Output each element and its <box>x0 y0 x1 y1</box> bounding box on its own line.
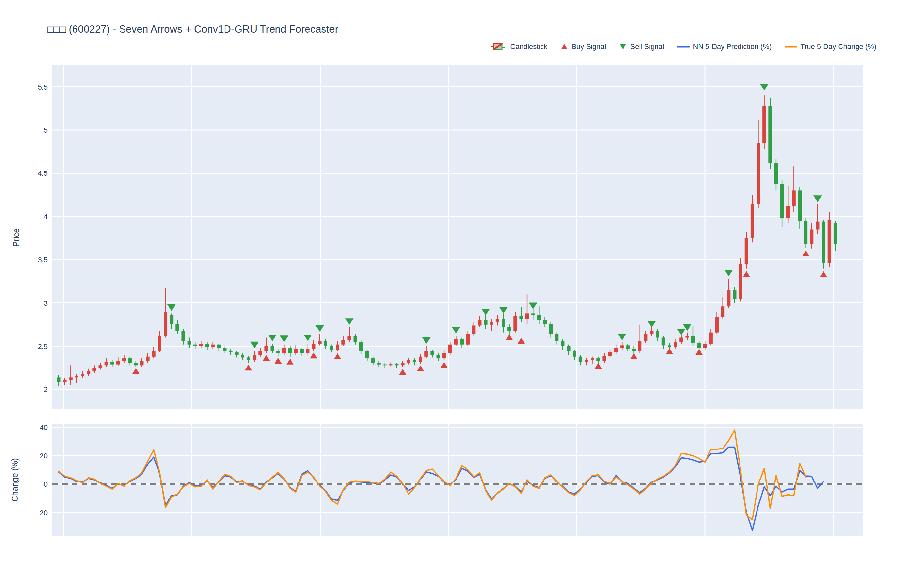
candle-body <box>774 163 778 184</box>
candle-body <box>164 312 167 336</box>
candle-body <box>223 348 226 351</box>
candle-body <box>336 345 339 350</box>
candle-body <box>430 352 434 355</box>
price-tick-label: 3.5 <box>37 256 48 264</box>
candle-body <box>205 344 209 347</box>
change-axis-title: Change (%) <box>10 458 19 501</box>
candle-body <box>318 341 322 344</box>
legend-item-sell-signal[interactable]: Sell Signal <box>619 42 664 51</box>
candle-body <box>561 341 564 346</box>
legend-item-true-change[interactable]: True 5-Day Change (%) <box>785 42 876 51</box>
candle-body <box>638 341 642 352</box>
candle-body <box>330 346 333 350</box>
candle-body <box>567 346 571 352</box>
candle-body <box>650 331 653 334</box>
candle-body <box>484 320 488 325</box>
candle-body <box>140 361 144 365</box>
candle-body <box>590 359 594 360</box>
candle-body <box>306 349 309 353</box>
candle-body <box>116 361 120 365</box>
buy-signal-icon <box>561 43 568 50</box>
candle-body <box>786 206 790 218</box>
price-plot-area[interactable] <box>52 65 863 409</box>
candle-body <box>217 345 221 348</box>
change-chart: −2002040 <box>36 423 863 536</box>
candle-body <box>828 220 831 263</box>
candle-body <box>745 238 748 264</box>
candle-body <box>762 106 766 143</box>
candle-body <box>632 349 635 352</box>
candle-body <box>508 327 511 331</box>
figure: □□□ (600227) - Seven Arrows + Conv1D-GRU… <box>0 0 915 588</box>
legend-item-nn-prediction[interactable]: NN 5-Day Prediction (%) <box>677 42 771 51</box>
candle-body <box>110 362 114 365</box>
candle-body <box>425 352 428 357</box>
legend-label-nn-prediction: NN 5-Day Prediction (%) <box>693 42 771 51</box>
legend-item-buy-signal[interactable]: Buy Signal <box>561 42 606 51</box>
sell-signal-icon <box>619 43 627 50</box>
price-chart: 22.533.544.555.5 <box>37 65 863 409</box>
candle-body <box>276 351 280 353</box>
change-tick-label: −20 <box>36 509 48 517</box>
price-tick-label: 4 <box>44 213 48 221</box>
candle-body <box>668 345 671 347</box>
candle-body <box>105 362 108 365</box>
candle-body <box>354 336 357 342</box>
candle-body <box>99 365 102 368</box>
candle-body <box>259 352 262 355</box>
chart-canvas[interactable]: 22.533.544.555.5 −2002040 Price Change (… <box>0 0 915 588</box>
candle-body <box>294 349 298 353</box>
candle-body <box>466 334 470 345</box>
legend-label-sell-signal: Sell Signal <box>630 42 664 51</box>
candle-body <box>608 352 612 356</box>
candle-body <box>614 348 618 352</box>
candle-body <box>703 344 707 348</box>
candle-body <box>383 365 386 365</box>
candle-body <box>780 184 784 218</box>
change-tick-label: 0 <box>44 480 48 488</box>
candle-body <box>247 357 250 360</box>
candle-body <box>128 359 132 363</box>
true-change-line-icon <box>785 45 797 48</box>
price-tick-label: 4.5 <box>37 169 48 178</box>
candle-body <box>674 342 677 347</box>
price-axis-title: Price <box>11 228 21 247</box>
candle-body <box>181 331 185 341</box>
candle-body <box>300 349 304 353</box>
candle-body <box>401 363 404 365</box>
candle-body <box>419 357 422 362</box>
candle-body <box>525 313 529 318</box>
candle-body <box>158 336 162 351</box>
candle-body <box>229 351 233 352</box>
candle-body <box>69 377 73 380</box>
candle-body <box>644 334 647 341</box>
candle-body <box>407 360 411 363</box>
candle-body <box>537 315 541 320</box>
candle-body <box>282 348 286 353</box>
candle-body <box>75 376 78 377</box>
candle-body <box>733 290 736 299</box>
candle-body <box>490 322 493 325</box>
candle-body <box>662 338 665 346</box>
candle-body <box>413 360 416 362</box>
candle-body <box>679 338 683 342</box>
candle-body <box>620 345 624 348</box>
candle-body <box>324 341 327 346</box>
candle-body <box>478 320 481 326</box>
candle-body <box>87 372 90 374</box>
candle-body <box>798 191 802 221</box>
legend-item-candlestick[interactable]: Candlestick <box>490 41 548 52</box>
candle-body <box>816 222 819 229</box>
candle-body <box>395 363 398 365</box>
legend-label-candlestick: Candlestick <box>511 42 548 51</box>
candle-body <box>365 352 369 359</box>
candle-body <box>389 363 393 365</box>
candle-body <box>341 340 345 344</box>
candle-body <box>792 191 796 206</box>
candle-body <box>436 355 440 359</box>
candle-body <box>810 229 813 244</box>
candle-body <box>371 359 375 363</box>
candle-body <box>626 345 630 349</box>
candle-body <box>751 204 754 238</box>
candle-body <box>211 345 215 347</box>
